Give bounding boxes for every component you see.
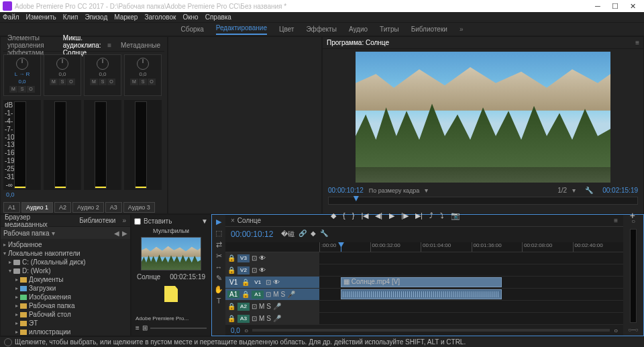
snap-icon[interactable]: �磁	[281, 230, 294, 239]
play-icon[interactable]: ▶	[389, 211, 394, 220]
ws-audio[interactable]: Аудио	[349, 26, 368, 33]
menu-window[interactable]: Окно	[182, 13, 198, 21]
pen-tool-icon[interactable]: ✎	[216, 274, 222, 283]
type-tool-icon[interactable]: T	[217, 297, 221, 305]
export-frame-icon[interactable]: 📷	[451, 211, 460, 220]
vu-meter-4[interactable]	[135, 101, 147, 189]
playhead-icon[interactable]	[354, 196, 359, 201]
tl-hscroll[interactable]	[252, 329, 610, 332]
maximize-button[interactable]: ☐	[606, 2, 624, 11]
atab-audio2[interactable]: Аудио 2	[72, 202, 104, 213]
tree-wf[interactable]: ▸Рабочая папка	[2, 301, 129, 310]
menu-help[interactable]: Справка	[205, 13, 231, 21]
marker-in-icon[interactable]: ◆	[331, 211, 336, 220]
atab-a3[interactable]: A3	[105, 202, 122, 213]
atab-a2[interactable]: A2	[54, 202, 71, 213]
goto-in-icon[interactable]: |◀	[361, 211, 368, 220]
tree-c[interactable]: ▸C: (Локальный диск)	[2, 258, 129, 266]
clip-thumbnail[interactable]	[141, 237, 201, 270]
icon-view-icon[interactable]: ⊞	[142, 324, 148, 332]
track-select-icon[interactable]: ⬚	[215, 229, 222, 238]
ripple-tool-icon[interactable]: ⇄	[216, 240, 222, 249]
menu-title[interactable]: Заголовок	[144, 13, 176, 21]
sequence-tab[interactable]: Солнце	[237, 217, 261, 224]
menu-file[interactable]: Файл	[3, 13, 19, 21]
program-tc-left[interactable]: 00:00:10:12	[328, 187, 364, 194]
track-v2[interactable]: 🔒V2⊡👁	[225, 264, 319, 276]
wrench-icon[interactable]: 🔧	[320, 230, 328, 239]
goto-out-icon[interactable]: ▶|	[415, 211, 423, 220]
menu-edit[interactable]: Изменить	[26, 13, 56, 21]
track-a1[interactable]: A1🔒A1⊡MS🎤	[225, 289, 319, 300]
link-icon[interactable]: 🔗	[299, 230, 307, 239]
ws-assembly[interactable]: Сборка	[181, 26, 204, 33]
tl-scroll-right-icon[interactable]: ○	[614, 327, 618, 334]
extract-icon[interactable]: ⤵	[440, 211, 444, 219]
master-vu-meter[interactable]	[630, 229, 637, 323]
menu-marker[interactable]: Маркер	[114, 13, 138, 21]
atab-audio3[interactable]: Аудио 3	[123, 202, 155, 213]
ws-effects[interactable]: Эффекты	[306, 26, 336, 33]
zoom-slider[interactable]	[150, 328, 207, 329]
ws-editing[interactable]: Редактирование	[216, 24, 267, 35]
tree-dl[interactable]: ▸Загрузки	[2, 284, 129, 293]
rec-3[interactable]: O	[107, 79, 115, 85]
track-a2[interactable]: 🔒A2⊡MS🎤	[225, 301, 319, 312]
vu-meter-2[interactable]	[54, 101, 66, 189]
tree-et[interactable]: ▸ЭТ	[2, 319, 129, 328]
tree-favorites[interactable]: ▸Избранное	[2, 240, 129, 249]
step-fwd-icon[interactable]: |▶	[401, 211, 409, 220]
vu-meter-1[interactable]	[14, 101, 26, 189]
program-menu-icon[interactable]: ≡	[635, 39, 639, 46]
mute-2[interactable]: M	[50, 79, 58, 85]
close-button[interactable]: ✕	[624, 2, 641, 11]
step-back-icon[interactable]: ◀|	[375, 211, 382, 220]
filter-icon[interactable]: ▼	[201, 217, 208, 225]
timeline-ruler[interactable]: :00:00 00:00:32:00 00:01:04:00 00:01:36:…	[225, 242, 623, 253]
solo-2[interactable]: S	[58, 79, 66, 85]
fx-tab-metadata[interactable]: Метаданные	[121, 42, 160, 49]
mute-4[interactable]: M	[130, 79, 138, 85]
solo-1[interactable]: S	[18, 86, 26, 93]
program-tab[interactable]: Программа: Солнце	[327, 39, 389, 46]
path-label[interactable]: Рабочая папка	[3, 230, 49, 237]
pan-knob-2[interactable]	[56, 58, 68, 70]
track-v1[interactable]: V1🔒V1⊡👁	[225, 277, 319, 288]
timeline-tc[interactable]: 00:00:10:12	[231, 230, 273, 239]
minimize-button[interactable]: ─	[589, 2, 606, 10]
ws-overflow-icon[interactable]: »	[460, 26, 464, 33]
button-editor-icon[interactable]: +	[630, 210, 635, 221]
video-clip[interactable]: ▦ Солнце.mp4 [V]	[341, 277, 502, 287]
marker-icon[interactable]: ◆	[311, 230, 316, 239]
timeline-playhead[interactable]	[341, 242, 341, 252]
slip-tool-icon[interactable]: ↔	[215, 263, 223, 271]
settings-icon[interactable]: 🔧	[585, 187, 593, 194]
audio-clip[interactable]	[341, 289, 502, 299]
nav-back-icon[interactable]: ◀	[114, 230, 119, 237]
mark-out-icon[interactable]: }	[352, 211, 355, 219]
fx-header-label[interactable]: Элементы управления эффектами	[7, 34, 58, 56]
solo-3[interactable]: S	[99, 79, 107, 85]
tree-dt[interactable]: ▸Рабочий стол	[2, 310, 129, 319]
atab-a1[interactable]: A1	[3, 202, 20, 213]
menu-sequence[interactable]: Эпизод	[85, 13, 107, 21]
menu-clip[interactable]: Клип	[63, 13, 78, 21]
fx-tab-mixer[interactable]: Микш. аудиоклипа: Солнце	[63, 34, 102, 56]
tree-docs[interactable]: ▸Документы	[2, 275, 129, 284]
program-viewport[interactable]	[356, 52, 610, 183]
libraries-tab[interactable]: Библиотеки	[79, 217, 115, 224]
tree-local[interactable]: ▾Локальные накопители	[2, 249, 129, 258]
solo-4[interactable]: S	[139, 79, 147, 85]
atab-audio1[interactable]: Аудио 1	[21, 202, 53, 213]
track-a3[interactable]: 🔒A3⊡MS🎤	[225, 313, 319, 324]
mute-1[interactable]: M	[9, 86, 17, 93]
hand-tool-icon[interactable]: ✋	[214, 285, 223, 294]
ws-libraries[interactable]: Библиотеки	[411, 26, 447, 33]
list-view-icon[interactable]: ≡	[136, 324, 140, 332]
rec-2[interactable]: O	[67, 79, 75, 85]
selection-tool-icon[interactable]: ▶	[216, 217, 221, 226]
tree-ill[interactable]: ▸иллюстрации	[2, 328, 129, 336]
tree-img[interactable]: ▸Изображения	[2, 293, 129, 301]
note-icon[interactable]	[164, 286, 178, 302]
rec-1[interactable]: O	[27, 86, 35, 93]
